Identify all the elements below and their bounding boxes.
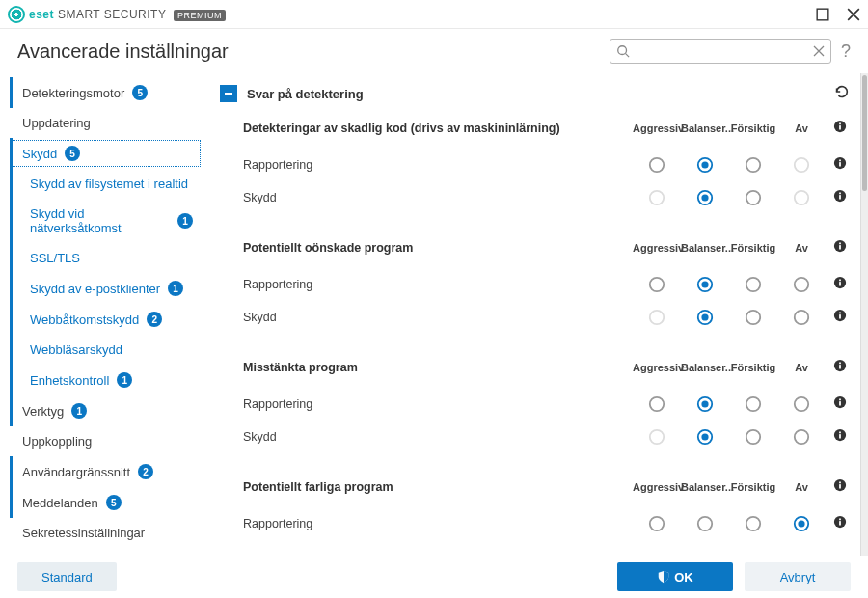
radio-option[interactable] [681,395,729,413]
sidebar-item[interactable]: Detekteringsmotor5 [10,77,203,108]
radio-option[interactable] [777,428,826,446]
sidebar-item[interactable]: Uppdatering [10,108,203,138]
column-label: Av [777,242,826,254]
svg-point-63 [650,517,664,530]
group-header: Potentiellt oönskade programAggressivBal… [243,233,854,268]
radio-option[interactable] [633,276,681,293]
radio-option[interactable] [729,276,777,293]
radio-option[interactable] [681,428,729,446]
svg-rect-69 [839,521,841,525]
radio-option[interactable] [633,395,681,413]
vertical-scrollbar[interactable] [860,73,868,556]
radio-option[interactable] [729,189,777,206]
settings-row: Rapportering [243,149,854,181]
search-input[interactable] [630,44,813,58]
radio-option[interactable] [729,309,777,326]
svg-rect-59 [839,432,841,434]
sidebar-item-label: Sekretessinställningar [22,526,145,540]
radio-option[interactable] [681,309,729,326]
brand-product: SMART SECURITY [58,8,166,21]
info-icon[interactable] [826,189,854,206]
svg-rect-61 [839,484,841,488]
sidebar-item[interactable]: Webbåtkomstskydd2 [10,304,203,335]
sidebar-item-label: Detekteringsmotor [22,86,124,100]
brand-text: eset SMART SECURITY PREMIUM [29,8,226,21]
sidebar-badge: 1 [117,372,132,388]
group-header: Potentiellt farliga programAggressivBala… [243,473,854,507]
settings-row: Skydd [243,421,854,453]
radio-option[interactable] [633,156,681,174]
sidebar-item[interactable]: Verktyg1 [10,395,203,426]
column-label: Aggressiv [633,362,681,373]
svg-rect-20 [839,195,841,199]
sidebar-item[interactable]: Enhetskontroll1 [10,365,203,395]
radio-option[interactable] [633,515,681,532]
svg-point-37 [795,311,808,324]
radio-option[interactable] [681,276,729,293]
radio-group [633,276,826,293]
svg-rect-4 [839,125,841,129]
radio-option[interactable] [777,309,826,326]
info-icon[interactable] [826,120,854,137]
sidebar-item[interactable]: Webbläsarskydd [10,335,203,365]
radio-option[interactable] [729,515,777,532]
default-button[interactable]: Standard [17,562,117,591]
svg-point-17 [746,191,760,204]
info-icon[interactable] [826,276,854,293]
settings-group: Detekteringar av skadlig kod (drivs av m… [216,114,854,214]
svg-point-25 [650,278,664,291]
svg-point-16 [701,194,708,201]
revert-button[interactable] [833,83,851,104]
sidebar-badge: 2 [147,312,162,327]
ok-button[interactable]: OK [617,562,733,591]
content-panel: Svar på detektering Detekteringar av ska… [203,73,860,556]
radio-option[interactable] [729,156,777,174]
info-icon[interactable] [826,395,854,413]
sidebar-item[interactable]: Uppkoppling [10,426,203,456]
sidebar-item[interactable]: SSL/TLS [10,243,203,273]
search-box[interactable] [610,39,831,64]
scrollbar-thumb[interactable] [862,75,867,191]
svg-rect-5 [839,123,841,125]
sidebar-item[interactable]: Skydd av filsystemet i realtid [10,169,203,199]
radio-option[interactable] [729,395,777,413]
brand-eye-icon [8,6,25,23]
radio-option[interactable] [681,515,729,532]
help-button[interactable]: ? [841,41,851,62]
sidebar-item[interactable]: Skydd av e-postklienter1 [10,273,203,304]
radio-option[interactable] [777,395,826,413]
info-icon[interactable] [826,515,854,532]
sidebar-item-label: Verktyg [22,404,64,419]
sidebar-item-label: Användargränssnitt [22,465,130,479]
radio-option[interactable] [729,428,777,446]
sidebar-item[interactable]: Skydd vid nätverksåtkomst1 [10,199,203,243]
collapse-section-button[interactable] [220,85,237,102]
svg-point-28 [746,278,760,291]
brand-logo: eset SMART SECURITY PREMIUM [8,6,226,23]
svg-rect-12 [839,162,841,166]
svg-point-14 [650,191,664,204]
cancel-button[interactable]: Avbryt [745,562,851,591]
radio-option[interactable] [681,189,729,206]
clear-search-icon[interactable] [813,45,825,57]
close-button[interactable] [847,8,860,21]
radio-option[interactable] [681,156,729,174]
info-icon[interactable] [826,428,854,446]
info-icon[interactable] [826,478,854,496]
info-icon[interactable] [826,309,854,326]
info-icon[interactable] [826,156,854,174]
info-icon[interactable] [826,359,854,376]
radio-group [633,428,826,446]
sidebar: Detekteringsmotor5UppdateringSkydd5Skydd… [10,73,203,556]
svg-point-48 [795,397,808,411]
sidebar-item[interactable]: Användargränssnitt2 [10,456,203,487]
column-label: Försiktig [729,481,777,493]
maximize-button[interactable] [816,8,829,21]
sidebar-item[interactable]: Sekretessinställningar [10,518,203,548]
info-icon[interactable] [826,239,854,257]
radio-option[interactable] [777,515,826,532]
column-labels: AggressivBalanser...FörsiktigAv [633,362,826,373]
sidebar-item[interactable]: Meddelanden5 [10,487,203,518]
radio-option[interactable] [777,276,826,293]
sidebar-item[interactable]: Skydd5 [10,138,203,169]
